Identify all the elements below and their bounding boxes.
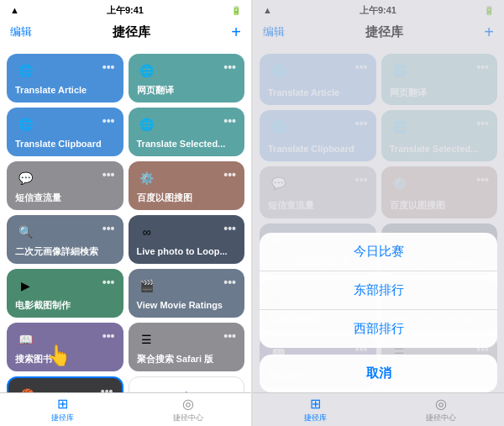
action-group: 今日比赛 东部排行 西部排行	[260, 233, 497, 348]
status-left: ▲	[10, 5, 19, 15]
card-create-shortcut[interactable]: + 创建捷径	[129, 376, 245, 392]
shortcuts-tab-label-r: 捷径库	[304, 413, 327, 423]
nav-title-left: 捷径库	[113, 24, 150, 40]
nav-bar-left: 编辑 捷径库 +	[0, 18, 251, 49]
basketball-icon: 🏀	[17, 385, 37, 392]
shortcuts-grid-left: 🌐••• Translate Article 🌐••• 网页翻译 🌐••• Tr…	[0, 49, 251, 392]
card-title: 聚合搜索 Safari 版	[137, 354, 237, 365]
tab-shortcuts-right[interactable]: ⊞ 捷径库	[253, 393, 379, 426]
card-icon: 🔍	[15, 222, 35, 242]
card-title: 网页翻译	[137, 85, 237, 96]
bottom-tabs-right: ⊞ 捷径库 ◎ 捷径中心	[253, 392, 504, 426]
wifi-icon: ▲	[10, 5, 19, 15]
action-item-west[interactable]: 西部排行	[260, 310, 497, 348]
center-tab-icon-r: ◎	[435, 396, 447, 412]
card-webpage-translate[interactable]: 🌐••• 网页翻译	[129, 54, 245, 103]
center-tab-icon: ◎	[182, 396, 194, 412]
card-title: 电影截图制作	[15, 300, 115, 311]
status-right: 🔋	[231, 6, 241, 15]
tab-center-left[interactable]: ◎ 捷径中心	[126, 393, 252, 426]
tab-center-right[interactable]: ◎ 捷径中心	[379, 393, 505, 426]
card-title: Translate Article	[15, 85, 115, 96]
hand-pointer-icon: 👆	[46, 344, 71, 367]
shortcuts-tab-icon: ⊞	[57, 396, 68, 412]
cancel-label: 取消	[260, 355, 497, 392]
card-icon: ∞	[137, 222, 157, 242]
card-icon: 🎬	[137, 276, 157, 296]
card-title: 百度以图搜图	[137, 192, 237, 203]
card-aggregate-search[interactable]: ☰••• 聚合搜索 Safari 版	[129, 323, 245, 371]
card-title: Live photo to Loop...	[137, 246, 237, 257]
card-icon: 🌐	[137, 114, 157, 134]
card-title: Translate Selected...	[137, 139, 237, 150]
left-phone-panel: ▲ 上午9:41 🔋 编辑 捷径库 + 🌐••• Translate Artic…	[0, 0, 251, 426]
bottom-tabs-left: ⊞ 捷径库 ◎ 捷径中心	[0, 392, 251, 426]
card-title: 短信查流量	[15, 192, 115, 203]
tab-shortcuts-left[interactable]: ⊞ 捷径库	[0, 393, 126, 426]
card-translate-article[interactable]: 🌐••• Translate Article	[7, 54, 123, 103]
card-baidu-image[interactable]: ⚙️••• 百度以图搜图	[129, 161, 245, 210]
right-phone-panel: ▲ 上午9:41 🔋 编辑 捷径库 + 🌐••• Translate Artic…	[253, 0, 504, 426]
card-anime-search[interactable]: 🔍••• 二次元画像詳細検索	[7, 215, 123, 264]
card-live-photo[interactable]: ∞••• Live photo to Loop...	[129, 215, 245, 264]
card-sms-traffic[interactable]: 💬••• 短信查流量	[7, 161, 123, 210]
action-cancel-button[interactable]: 取消	[260, 355, 497, 392]
battery-icon: 🔋	[231, 6, 241, 15]
card-icon: 🌐	[15, 60, 35, 81]
card-icon: ⚙️	[137, 168, 157, 188]
card-icon: ☰	[137, 329, 157, 350]
card-translate-clipboard[interactable]: 🌐••• Translate Clipboard	[7, 108, 123, 156]
card-translate-selected[interactable]: 🌐••• Translate Selected...	[129, 108, 245, 156]
action-item-east[interactable]: 东部排行	[260, 271, 497, 310]
card-movie-ratings[interactable]: 🎬••• View Movie Ratings	[129, 269, 245, 318]
card-icon: ▶	[15, 276, 35, 296]
status-bar-left: ▲ 上午9:41 🔋	[0, 0, 251, 18]
action-sheet: 今日比赛 东部排行 西部排行 取消	[260, 233, 497, 392]
card-icon: 📖	[15, 329, 35, 350]
create-plus-icon: +	[180, 384, 193, 392]
card-todays-nba[interactable]: 🏀••• Today's N...	[7, 376, 123, 392]
card-icon: 💬	[15, 168, 35, 188]
edit-button-left[interactable]: 编辑	[10, 24, 32, 39]
action-item-today[interactable]: 今日比赛	[260, 233, 497, 271]
add-button-left[interactable]: +	[231, 23, 241, 42]
center-tab-label-r: 捷径中心	[426, 413, 456, 423]
card-movie-screenshot[interactable]: ▶••• 电影截图制作	[7, 269, 123, 318]
card-title: 二次元画像詳細検索	[15, 246, 115, 257]
time-left: 上午9:41	[107, 4, 144, 17]
shortcuts-tab-label: 捷径库	[51, 413, 74, 423]
center-tab-label: 捷径中心	[173, 413, 203, 423]
card-title: View Movie Ratings	[137, 300, 237, 311]
card-title: Translate Clipboard	[15, 139, 115, 150]
card-icon: 🌐	[137, 60, 157, 81]
card-icon: 🌐	[15, 114, 35, 134]
shortcuts-tab-icon-r: ⊞	[310, 396, 321, 412]
